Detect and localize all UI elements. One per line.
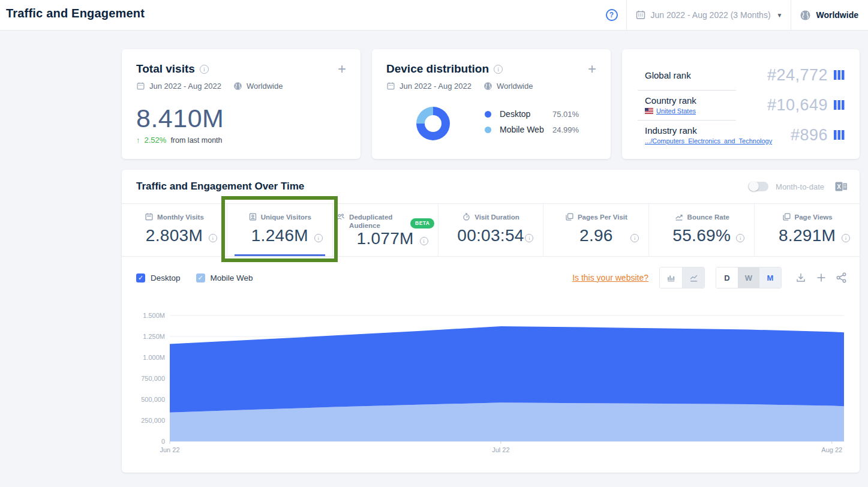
rank-bars-icon <box>833 99 845 111</box>
checkbox-label: Desktop <box>151 273 181 282</box>
tab-value: 1.246M <box>251 226 308 245</box>
metric-tab-monthly-visits[interactable]: Monthly Visits 2.803M <box>122 204 227 256</box>
metric-tab-bounce-rate[interactable]: Bounce Rate 55.69% <box>649 204 755 256</box>
info-icon[interactable] <box>209 234 217 242</box>
metric-tab-deduplicated-audience[interactable]: Deduplicated Audience BETA 1.077M <box>333 204 438 256</box>
divider <box>626 0 627 30</box>
region-label: Worldwide <box>816 10 858 20</box>
info-icon[interactable] <box>842 234 850 242</box>
country-rank-row: Country rank United States #10,649 <box>645 90 845 120</box>
device-donut-chart <box>416 107 450 140</box>
desktop-checkbox[interactable]: Desktop <box>136 273 181 282</box>
total-visits-value: 8.410M <box>136 104 346 133</box>
card-title: Device distribution <box>386 62 489 76</box>
bar-chart-button[interactable] <box>660 267 682 288</box>
line-chart-button[interactable] <box>682 267 704 288</box>
legend-item-desktop: Desktop 75.01% <box>485 109 579 119</box>
add-to-dashboard-button[interactable] <box>338 64 346 74</box>
over-time-header: Traffic and Engagement Over Time Month-t… <box>122 170 860 204</box>
us-flag-icon <box>645 108 653 114</box>
info-icon[interactable] <box>200 65 209 74</box>
rank-bars-icon <box>833 69 845 81</box>
metric-tab-pages-per-visit[interactable]: Pages Per Visit 2.96 <box>543 204 649 256</box>
svg-text:X: X <box>837 184 841 190</box>
is-this-your-website-link[interactable]: Is this your website? <box>572 273 648 282</box>
help-icon[interactable] <box>606 9 618 21</box>
info-icon[interactable] <box>736 234 744 242</box>
industry-rank-row: Industry rank .../Computers_Electronics_… <box>645 120 845 150</box>
country-link[interactable]: United States <box>656 107 696 115</box>
month-to-date-toggle[interactable] <box>748 182 768 191</box>
tab-value: 2.96 <box>579 226 613 245</box>
total-visits-card: Total visits Jun 2022 - Aug 2022 Worldwi… <box>122 49 361 159</box>
beta-badge: BETA <box>410 218 434 229</box>
date-range-label: Jun 2022 - Aug 2022 (3 Months) <box>651 10 771 20</box>
rank-value: #24,772 <box>767 66 828 85</box>
info-icon[interactable] <box>420 237 428 245</box>
region-selector[interactable]: Worldwide <box>800 10 858 21</box>
pages-icon <box>782 213 791 221</box>
globe-icon <box>483 82 492 91</box>
tab-label: Deduplicated Audience <box>349 213 407 230</box>
info-icon[interactable] <box>314 234 323 242</box>
top-bar: Traffic and Engagement Jun 2022 - Aug 20… <box>0 0 868 31</box>
bar-chart-icon <box>666 273 676 282</box>
svg-text:0: 0 <box>161 438 165 445</box>
info-icon[interactable] <box>494 65 503 74</box>
rank-label: Global rank <box>645 70 691 80</box>
svg-text:750,000: 750,000 <box>141 375 165 382</box>
tab-value: 00:03:54 <box>457 226 524 245</box>
checkbox-checked-icon <box>196 273 205 282</box>
mobile-web-checkbox[interactable]: Mobile Web <box>196 273 253 282</box>
metric-tab-unique-visitors[interactable]: Unique Visitors 1.246M <box>227 204 333 256</box>
series-checkboxes: Desktop Mobile Web <box>136 273 253 282</box>
info-icon[interactable] <box>525 234 533 242</box>
toggle-knob <box>749 181 759 191</box>
legend-value: 75.01% <box>552 110 579 119</box>
mobile-web-dot-icon <box>485 127 491 133</box>
info-icon[interactable] <box>630 234 639 242</box>
page-title: Traffic and Engagement <box>6 7 145 20</box>
granularity-daily-button[interactable]: D <box>716 267 738 288</box>
metric-tab-page-views[interactable]: Page Views 8.291M <box>755 204 860 256</box>
global-rank-row: Global rank #24,772 <box>645 60 845 90</box>
rank-label: Industry rank <box>645 125 697 136</box>
granularity-monthly-button[interactable]: M <box>759 267 781 288</box>
add-icon[interactable] <box>816 272 827 283</box>
share-icon[interactable] <box>836 272 848 284</box>
add-to-dashboard-button[interactable] <box>588 64 596 74</box>
chart-type-switcher <box>659 267 705 288</box>
excel-export-icon[interactable]: X <box>835 181 848 193</box>
svg-text:250,000: 250,000 <box>141 417 165 424</box>
date-range-selector[interactable]: Jun 2022 - Aug 2022 (3 Months) <box>635 10 783 20</box>
tab-label: Page Views <box>795 213 833 221</box>
people-icon <box>336 213 346 221</box>
tab-label: Bounce Rate <box>687 213 729 221</box>
pages-icon <box>565 213 574 221</box>
download-icon[interactable] <box>795 272 807 284</box>
card-date-label: Jun 2022 - Aug 2022 <box>149 82 221 91</box>
legend-label: Mobile Web <box>500 125 545 134</box>
calendar-icon <box>635 10 646 20</box>
tab-label: Visit Duration <box>474 213 519 221</box>
tab-value: 1.077M <box>357 229 414 248</box>
desktop-dot-icon <box>485 111 491 118</box>
traffic-engagement-page: Traffic and Engagement Jun 2022 - Aug 20… <box>0 0 868 487</box>
svg-text:1.500M: 1.500M <box>143 312 165 319</box>
donut-hole <box>425 115 441 132</box>
granularity-weekly-button[interactable]: W <box>738 267 759 288</box>
tab-label: Unique Visitors <box>261 213 311 221</box>
tab-label: Pages Per Visit <box>578 213 627 221</box>
industry-link[interactable]: .../Computers_Electronics_and_Technology <box>645 137 772 145</box>
calendar-icon <box>136 82 145 91</box>
trend-up-icon <box>136 136 140 145</box>
chart-controls-row: Desktop Mobile Web Is this your website? <box>122 257 860 299</box>
stopwatch-icon <box>462 213 471 221</box>
metric-tab-visit-duration[interactable]: Visit Duration 00:03:54 <box>438 204 544 256</box>
change-note: from last month <box>170 136 222 145</box>
globe-icon <box>233 82 242 91</box>
tab-value: 2.803M <box>146 226 203 245</box>
device-legend: Desktop 75.01% Mobile Web 24.99% <box>485 109 579 134</box>
tab-label: Monthly Visits <box>157 213 204 221</box>
svg-text:Aug 22: Aug 22 <box>821 446 842 453</box>
